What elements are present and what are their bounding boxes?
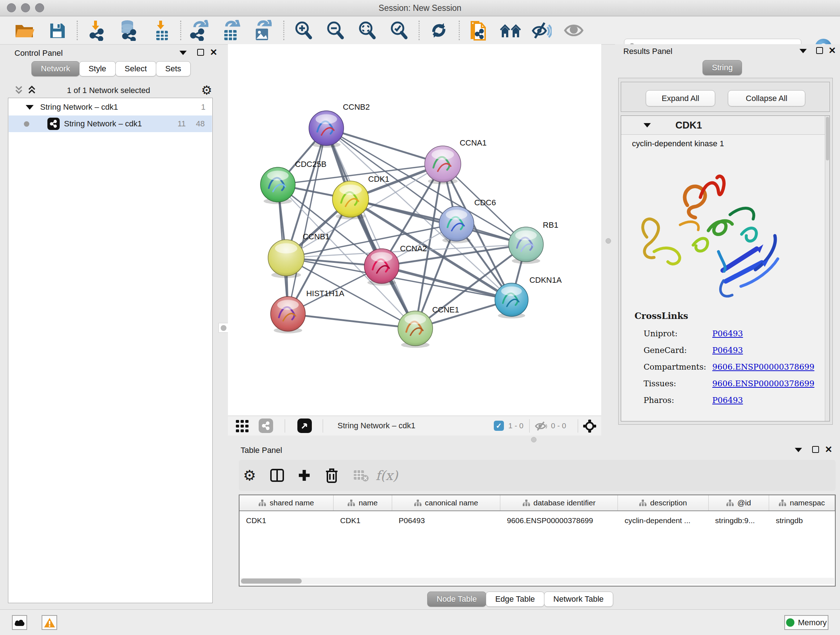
import-network-button[interactable] [84, 19, 111, 42]
bottom-splitter-handle[interactable] [531, 437, 537, 442]
table-data-row[interactable]: CDK1CDK1P064939606.ENSP00000378699cyclin… [240, 512, 835, 529]
crosslink-value-link[interactable]: P06493 [712, 346, 743, 355]
expand-all-button[interactable]: Expand All [646, 90, 715, 106]
entry-collapse-icon[interactable] [644, 123, 651, 127]
node-label-ccnb2: CCNB2 [343, 103, 370, 111]
selected-nodes-checkbox[interactable]: ✓ [494, 421, 504, 431]
warnings-button[interactable] [42, 615, 57, 630]
zoom-selected-button[interactable] [385, 19, 412, 42]
share-session-file-button[interactable] [465, 19, 492, 42]
network-view-canvas[interactable]: CCNB2CCNA1CDC25BCDK1CDC6RB1CCNB1CCNA2CDK… [228, 44, 601, 416]
table-cell[interactable]: P06493 [392, 512, 500, 529]
table-settings-gear-icon[interactable]: ⚙ [240, 465, 260, 486]
delete-column-trash-icon[interactable] [322, 465, 342, 486]
left-splitter-handle[interactable] [218, 323, 228, 333]
add-column-icon[interactable] [294, 465, 314, 486]
birdseye-view-button[interactable] [297, 418, 312, 433]
scrollbar-thumb[interactable] [826, 117, 829, 160]
network-options-gear-icon[interactable]: ⚙ [201, 83, 212, 97]
column-header-namespac[interactable]: namespac [769, 495, 835, 510]
network-node-cdk1[interactable]: CDK1 [332, 174, 389, 219]
tab-edge-table[interactable]: Edge Table [486, 592, 545, 607]
table-cell[interactable]: cyclin-dependent ... [618, 512, 708, 529]
network-node-rb1[interactable]: RB1 [508, 220, 558, 264]
tab-style[interactable]: Style [79, 61, 116, 76]
results-scrollbar[interactable] [825, 116, 829, 421]
column-header--id[interactable]: @id [709, 495, 769, 510]
column-header-name[interactable]: name [333, 495, 392, 510]
zoom-out-button[interactable] [322, 19, 348, 42]
open-session-button[interactable] [11, 19, 38, 42]
tab-node-table[interactable]: Node Table [427, 592, 486, 607]
crosslink-value-link[interactable]: P06493 [712, 396, 743, 405]
network-graph[interactable]: CCNB2CCNA1CDC25BCDK1CDC6RB1CCNB1CCNA2CDK… [228, 44, 601, 416]
network-row-selected[interactable]: String Network – cdk1 11 48 [9, 116, 212, 132]
export-image-button[interactable] [248, 19, 275, 42]
export-network-button[interactable] [185, 19, 212, 42]
network-node-ccna1[interactable]: CCNA1 [425, 138, 486, 184]
column-header-canonical-name[interactable]: canonical name [392, 495, 500, 510]
network-edge[interactable] [326, 128, 415, 328]
panel-close-icon[interactable]: ✕ [210, 49, 218, 56]
table-cell[interactable]: stringdb:9... [709, 512, 769, 529]
show-columns-icon[interactable] [267, 465, 287, 486]
collection-label: String Network – cdk1 [40, 103, 118, 112]
zoom-in-button[interactable] [290, 19, 317, 42]
table-cell[interactable]: CDK1 [240, 512, 333, 529]
fit-content-crosshair-icon[interactable] [583, 420, 596, 432]
tab-select[interactable]: Select [115, 61, 156, 76]
network-node-cdkn1a[interactable]: CDKN1A [495, 276, 562, 318]
network-edge[interactable] [288, 128, 326, 314]
panel-float-icon[interactable] [812, 446, 819, 453]
tab-network-table[interactable]: Network Table [544, 592, 613, 607]
tab-sets[interactable]: Sets [156, 61, 191, 76]
network-edge[interactable] [351, 199, 526, 244]
panel-menu-icon[interactable] [799, 49, 807, 53]
panel-menu-icon[interactable] [180, 51, 187, 55]
network-collection-row[interactable]: String Network – cdk1 1 [9, 99, 212, 116]
grid-view-icon[interactable] [236, 420, 249, 432]
scrollbar-thumb[interactable] [241, 578, 302, 584]
node-entry-header[interactable]: CDK1 [621, 116, 829, 135]
column-type-icon [726, 500, 734, 506]
hide-selected-button[interactable] [528, 19, 555, 42]
panel-close-icon[interactable]: ✕ [829, 47, 836, 54]
homes-button[interactable] [497, 19, 524, 42]
cloud-status-button[interactable] [12, 615, 27, 630]
tab-network[interactable]: Network [32, 61, 80, 76]
warning-icon [44, 618, 55, 628]
table-cell[interactable]: CDK1 [333, 512, 392, 529]
table-horizontal-scrollbar[interactable] [240, 578, 834, 584]
table-cell[interactable]: stringdb [769, 512, 835, 529]
import-network-from-database-button[interactable] [115, 19, 141, 42]
show-all-button[interactable] [561, 19, 587, 42]
panel-float-icon[interactable] [816, 47, 823, 54]
network-edge[interactable] [288, 314, 415, 328]
column-header-database-identifier[interactable]: database identifier [500, 495, 618, 510]
crosslink-value-link[interactable]: P06493 [712, 329, 743, 338]
network-node-cdc6[interactable]: CDC6 [439, 198, 496, 243]
import-table-button[interactable] [148, 19, 175, 42]
save-session-button[interactable] [44, 19, 71, 42]
delete-table-icon[interactable] [351, 465, 371, 486]
crosslink-value-link[interactable]: 9606.ENSP00000378699 [712, 379, 814, 388]
tree-expander-icon[interactable] [26, 105, 34, 110]
panel-menu-icon[interactable] [795, 448, 802, 452]
table-cell[interactable]: 9606.ENSP00000378699 [500, 512, 618, 529]
refresh-button[interactable] [425, 19, 452, 42]
column-header-shared-name[interactable]: shared name [240, 495, 333, 510]
panel-float-icon[interactable] [197, 49, 204, 56]
collapse-all-button[interactable]: Collapse All [728, 90, 805, 106]
right-splitter-handle[interactable] [606, 238, 611, 244]
memory-button[interactable]: Memory [784, 615, 829, 630]
column-label: description [650, 499, 687, 507]
tab-string[interactable]: String [703, 60, 742, 75]
crosslink-value-link[interactable]: 9606.ENSP00000378699 [712, 363, 814, 371]
export-table-button[interactable] [217, 19, 244, 42]
function-builder-icon[interactable]: f(x) [377, 465, 397, 486]
zoom-fit-button[interactable] [354, 19, 380, 42]
column-header-description[interactable]: description [618, 495, 708, 510]
network-node-hist1h1a[interactable]: HIST1H1A [271, 289, 344, 333]
panel-close-icon[interactable]: ✕ [825, 446, 832, 453]
network-share-view-button[interactable] [259, 418, 273, 433]
